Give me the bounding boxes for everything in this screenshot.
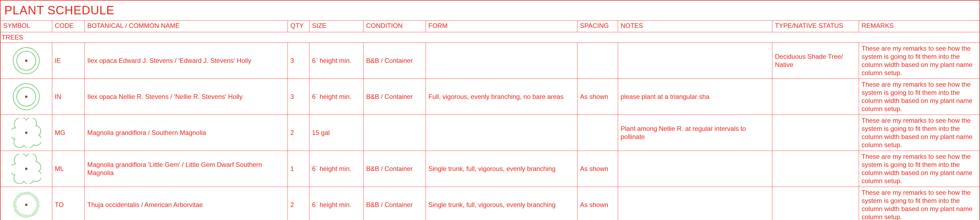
table-row: MLMagnolia grandiflora 'Little Gem' / Li… xyxy=(0,151,980,187)
plant-symbol-icon xyxy=(0,43,52,79)
spacing-cell: As shown xyxy=(577,187,618,220)
condition-cell: B&B / Container xyxy=(363,187,426,220)
type-cell: Deciduous Shade Tree/ Native xyxy=(772,43,859,79)
header-name: BOTANICAL / COMMON NAME xyxy=(84,21,288,32)
name-cell: Ilex opaca Nellie R. Stevens / 'Nellie R… xyxy=(84,79,288,115)
qty-cell: 2 xyxy=(288,187,309,220)
size-cell: 15 gal xyxy=(309,115,363,151)
header-code: CODE xyxy=(52,21,84,32)
notes-cell: please plant at a triangular sha xyxy=(618,79,772,115)
form-cell: Full, vigorous, evenly branching, no bar… xyxy=(426,79,577,115)
size-cell: 6` height min. xyxy=(309,187,363,220)
header-notes: NOTES xyxy=(618,21,772,32)
header-remarks: REMARKS xyxy=(859,21,980,32)
code-cell: IE xyxy=(52,43,84,79)
header-type: TYPE/NATIVE STATUS xyxy=(772,21,859,32)
form-cell: Single trunk, full, vigorous, evenly bra… xyxy=(426,151,577,187)
table-row: INIlex opaca Nellie R. Stevens / 'Nellie… xyxy=(0,79,980,115)
notes-cell xyxy=(618,187,772,220)
plant-symbol-icon xyxy=(0,79,52,115)
spacing-cell xyxy=(577,43,618,79)
spacing-cell: As shown xyxy=(577,79,618,115)
qty-cell: 2 xyxy=(288,115,309,151)
condition-cell: B&B / Container xyxy=(363,79,426,115)
header-qty: QTY xyxy=(288,21,309,32)
name-cell: Magnolia grandiflora 'Little Gem' / Litt… xyxy=(84,151,288,187)
code-cell: MG xyxy=(52,115,84,151)
type-cell xyxy=(772,79,859,115)
header-form: FORM xyxy=(426,21,577,32)
plant-symbol-icon xyxy=(0,151,52,187)
notes-cell xyxy=(618,151,772,187)
remarks-cell: These are my remarks to see how the syst… xyxy=(859,187,980,220)
header-row: SYMBOL CODE BOTANICAL / COMMON NAME QTY … xyxy=(0,21,980,32)
plant-symbol-icon xyxy=(0,115,52,151)
notes-cell: Plant among Nellie R. at regular interva… xyxy=(618,115,772,151)
code-cell: ML xyxy=(52,151,84,187)
qty-cell: 3 xyxy=(288,79,309,115)
name-cell: Thuja occidentalis / American Arborvitae xyxy=(84,187,288,220)
condition-cell xyxy=(363,115,426,151)
schedule-title: PLANT SCHEDULE xyxy=(0,0,980,20)
name-cell: Ilex opaca Edward J. Stevens / 'Edward J… xyxy=(84,43,288,79)
size-cell: 6` height min. xyxy=(309,151,363,187)
section-label: TREES xyxy=(0,32,980,43)
remarks-cell: These are my remarks to see how the syst… xyxy=(859,151,980,187)
form-cell: Single trunk, full, vigorous, evenly bra… xyxy=(426,187,577,220)
size-cell: 6` height min. xyxy=(309,43,363,79)
spacing-cell xyxy=(577,115,618,151)
size-cell: 6` height min. xyxy=(309,79,363,115)
code-cell: IN xyxy=(52,79,84,115)
section-row: TREES xyxy=(0,32,980,43)
remarks-cell: These are my remarks to see how the syst… xyxy=(859,79,980,115)
form-cell xyxy=(426,115,577,151)
type-cell xyxy=(772,151,859,187)
table-row: IEIlex opaca Edward J. Stevens / 'Edward… xyxy=(0,43,980,79)
condition-cell: B&B / Container xyxy=(363,151,426,187)
remarks-cell: These are my remarks to see how the syst… xyxy=(859,43,980,79)
qty-cell: 3 xyxy=(288,43,309,79)
table-row: MGMagnolia grandiflora / Southern Magnol… xyxy=(0,115,980,151)
header-spacing: SPACING xyxy=(577,21,618,32)
plant-symbol-icon xyxy=(0,187,52,220)
schedule-table: SYMBOL CODE BOTANICAL / COMMON NAME QTY … xyxy=(0,20,980,220)
plant-schedule: PLANT SCHEDULE SYMBOL CODE BOTANICAL / C… xyxy=(0,0,980,220)
type-cell xyxy=(772,115,859,151)
spacing-cell: As shown xyxy=(577,151,618,187)
form-cell xyxy=(426,43,577,79)
notes-cell xyxy=(618,43,772,79)
name-cell: Magnolia grandiflora / Southern Magnolia xyxy=(84,115,288,151)
code-cell: TO xyxy=(52,187,84,220)
header-size: SIZE xyxy=(309,21,363,32)
qty-cell: 1 xyxy=(288,151,309,187)
header-condition: CONDITION xyxy=(363,21,426,32)
type-cell xyxy=(772,187,859,220)
condition-cell: B&B / Container xyxy=(363,43,426,79)
remarks-cell: These are my remarks to see how the syst… xyxy=(859,115,980,151)
header-symbol: SYMBOL xyxy=(0,21,52,32)
table-row: TOThuja occidentalis / American Arborvit… xyxy=(0,187,980,220)
